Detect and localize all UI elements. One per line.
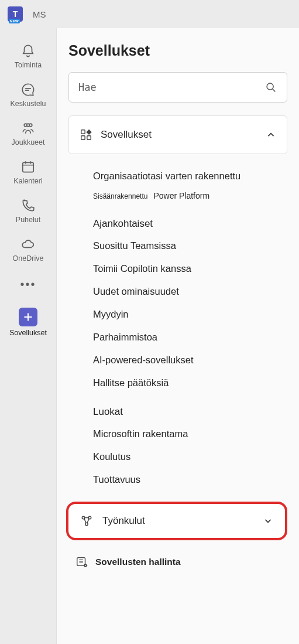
- teams-logo: [7, 6, 23, 22]
- svg-rect-6: [81, 136, 85, 139]
- tree-item-productivity[interactable]: Tuottavuus: [93, 468, 287, 491]
- section-label: Sovellukset: [101, 129, 257, 141]
- main-panel: Sovellukset Sovellukset Organisaatiotasi…: [56, 28, 299, 644]
- workflows-icon: [80, 514, 93, 527]
- svg-point-4: [267, 83, 273, 90]
- svg-point-10: [85, 523, 88, 525]
- workflows-section-header[interactable]: Työnkulut: [66, 502, 287, 540]
- apps-grid-icon: [80, 128, 92, 141]
- tree-item-copilot[interactable]: Toimii Copilotin kanssa: [93, 257, 287, 280]
- tree-item-builtin[interactable]: Sisäänrakennettu: [93, 192, 147, 200]
- svg-rect-7: [87, 136, 91, 139]
- manage-icon: [75, 556, 88, 568]
- manage-apps-link[interactable]: Sovellusten hallinta: [68, 548, 287, 578]
- chevron-up-icon: [266, 130, 276, 140]
- rail-item-activity[interactable]: Toiminta: [0, 39, 56, 73]
- rail-item-chat[interactable]: Keskustelu: [0, 77, 56, 111]
- tree-item-bestseller[interactable]: Myydyin: [93, 303, 287, 326]
- rail-item-calls[interactable]: Puhelut: [0, 193, 56, 227]
- rail-item-apps[interactable]: Sovellukset: [0, 303, 56, 340]
- tree-subrow-builtin: Sisäänrakennettu Power Platform: [93, 188, 287, 206]
- tree-group-categories[interactable]: Luokat: [93, 394, 287, 422]
- tree-item-popular[interactable]: Suosittu Teamsissa: [93, 234, 287, 257]
- tree-item-decisions[interactable]: Hallitse päätöksiä: [93, 372, 287, 394]
- tree-item-ms-built[interactable]: Microsoftin rakentama: [93, 422, 287, 445]
- tree-item-new-features[interactable]: Uudet ominaisuudet: [93, 280, 287, 303]
- rail-label: Toiminta: [15, 61, 42, 69]
- tree-item-org-built[interactable]: Organisaatiotasi varten rakennettu: [93, 165, 287, 188]
- tree-item-best[interactable]: Parhaimmistoa: [93, 326, 287, 349]
- bell-icon: [20, 43, 36, 59]
- svg-rect-3: [23, 162, 33, 172]
- tree-item-ai[interactable]: AI-powered-sovellukset: [93, 349, 287, 372]
- tree-item-education[interactable]: Koulutus: [93, 445, 287, 468]
- rail-label: Keskustelu: [10, 100, 46, 108]
- search-box[interactable]: [68, 72, 287, 103]
- chevron-down-icon: [263, 516, 273, 526]
- workflows-label: Työnkulut: [102, 515, 253, 527]
- page-title: Sovellukset: [68, 42, 287, 59]
- tree-group-timely[interactable]: Ajankohtaiset: [93, 206, 287, 234]
- search-input[interactable]: [78, 81, 264, 93]
- svg-point-12: [84, 564, 87, 567]
- rail-item-teams[interactable]: Joukkueet: [0, 116, 56, 150]
- titlebar: MS: [0, 0, 299, 28]
- rail-item-calendar[interactable]: Kalenteri: [0, 155, 56, 189]
- search-icon: [264, 81, 277, 94]
- rail-more-button[interactable]: •••: [20, 271, 36, 298]
- rail-label: Joukkueet: [12, 138, 45, 146]
- chat-icon: [20, 82, 36, 97]
- rail-label: OneDrive: [13, 254, 44, 263]
- people-icon: [20, 121, 36, 136]
- plus-icon: [22, 311, 34, 323]
- tree-item-power-platform[interactable]: Power Platform: [153, 191, 209, 200]
- svg-rect-5: [81, 130, 85, 134]
- cloud-icon: [20, 237, 36, 252]
- app-rail: Toiminta Keskustelu Joukkueet Kalenteri …: [0, 28, 56, 644]
- rail-label: Kalenteri: [13, 177, 42, 185]
- calendar-icon: [20, 159, 36, 175]
- phone-icon: [20, 198, 36, 213]
- titlebar-user-initials: MS: [33, 9, 46, 19]
- rail-item-onedrive[interactable]: OneDrive: [0, 232, 56, 266]
- manage-apps-label: Sovellusten hallinta: [95, 557, 181, 567]
- rail-label: Sovellukset: [9, 329, 47, 337]
- apps-tree: Organisaatiotasi varten rakennettu Sisää…: [68, 165, 287, 491]
- apps-section-header[interactable]: Sovellukset: [68, 115, 287, 154]
- rail-label: Puhelut: [16, 216, 40, 224]
- svg-point-2: [27, 124, 30, 127]
